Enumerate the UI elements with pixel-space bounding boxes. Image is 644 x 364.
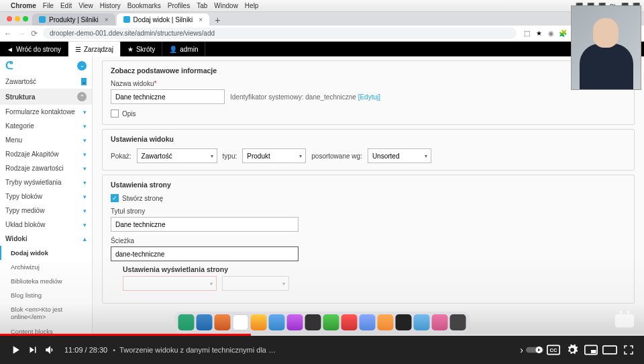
dock-app-icon[interactable] — [450, 314, 466, 330]
sidebar-item[interactable]: Typy bloków▾ — [0, 189, 92, 203]
chapter-next-icon[interactable]: › — [517, 345, 526, 355]
svg-point-1 — [619, 311, 622, 314]
type-label: typu: — [223, 152, 237, 160]
dock-app-icon[interactable] — [233, 314, 249, 330]
sidebar-item-label: Kategorie — [5, 122, 34, 130]
menu-edit[interactable]: Edit — [60, 2, 72, 9]
menu-file[interactable]: File — [43, 2, 54, 9]
sorted-select[interactable]: Unsorted — [368, 148, 431, 163]
dock-app-icon[interactable] — [215, 314, 231, 330]
dock-app-icon[interactable] — [378, 314, 394, 330]
star-icon: ★ — [127, 46, 133, 53]
ext-icon[interactable]: ◉ — [546, 29, 555, 38]
sidebar-sub[interactable]: Blog listing — [0, 288, 92, 302]
new-tab-button[interactable]: + — [211, 15, 224, 26]
menu-view[interactable]: View — [78, 2, 93, 9]
dock-app-icon[interactable] — [269, 314, 285, 330]
back-icon[interactable]: ← — [4, 29, 12, 38]
miniplayer-button[interactable] — [582, 341, 600, 359]
dock-app-icon[interactable] — [360, 314, 376, 330]
autoplay-toggle[interactable] — [526, 341, 543, 359]
volume-button[interactable] — [42, 341, 59, 359]
sidebar-sub[interactable]: Biblioteka mediów — [0, 274, 92, 288]
dock-app-icon[interactable] — [287, 314, 303, 330]
sidebar-item[interactable]: Rodzaje Akapitów▾ — [0, 147, 92, 161]
collapse-icon[interactable]: ⌄ — [77, 61, 87, 71]
video-chapter-title[interactable]: Tworzenie widoku z danymi technicznymi d… — [119, 346, 517, 354]
sidebar-sub[interactable]: Archiwizuj — [0, 260, 92, 274]
next-button[interactable] — [24, 341, 42, 359]
sidebar-item[interactable]: Kategorie▾ — [0, 119, 92, 133]
dock-app-icon[interactable] — [341, 314, 358, 330]
sidebar-item-label: Zawartość — [5, 78, 36, 85]
sidebar-item[interactable]: Tryby wyświetlania▾ — [0, 175, 92, 189]
menu-history[interactable]: History — [100, 2, 121, 9]
sidebar-item[interactable]: Formularze kontaktowe▾ — [0, 105, 92, 119]
settings-button[interactable] — [564, 341, 581, 359]
sidebar-sub[interactable]: Blok <em>Kto jest online</em> — [0, 302, 92, 324]
toolbar-back[interactable]: ◄ Wróć do strony — [0, 42, 68, 56]
sidebar-item[interactable]: Rodzaje zawartości▾ — [0, 161, 92, 175]
menu-chrome[interactable]: Chrome — [11, 2, 36, 9]
sidebar-item-label: Struktura — [5, 93, 35, 101]
sidebar-item-label: Rodzaje zawartości — [5, 165, 64, 172]
ext-icon[interactable]: 🧩 — [558, 29, 568, 38]
toolbar-user[interactable]: 👤 admin — [162, 42, 205, 56]
close-tab-icon[interactable]: × — [199, 16, 203, 24]
theater-button[interactable] — [601, 341, 619, 359]
dock-app-icon[interactable] — [323, 314, 339, 330]
chevron-down-icon: ▾ — [83, 179, 87, 186]
play-button[interactable] — [7, 341, 24, 359]
toolbar-shortcuts[interactable]: ★ Skróty — [121, 42, 162, 56]
captions-button[interactable]: CC — [545, 341, 562, 359]
dock-app-icon[interactable] — [197, 314, 213, 330]
create-page-checkbox[interactable]: ✓ — [111, 194, 119, 202]
sidebar-item-views[interactable]: Widoki▴ — [0, 232, 92, 246]
reload-icon[interactable]: ⟳ — [31, 29, 38, 38]
channel-watermark-icon[interactable] — [613, 310, 636, 328]
menu-bookmarks[interactable]: Bookmarks — [127, 2, 161, 9]
browser-tab-1[interactable]: Produkty | Silniki × — [32, 13, 115, 26]
address-bar[interactable]: droopler-demo-001.ddev.site/admin/struct… — [43, 28, 517, 39]
browser-tab-2[interactable]: Dodaj widok | Silniki × — [117, 13, 210, 26]
format-select[interactable] — [123, 276, 217, 291]
menu-help[interactable]: Help — [245, 2, 259, 9]
sidebar-item-structure[interactable]: Struktura ⌃ — [0, 89, 92, 105]
sidebar-sub-add-view[interactable]: Dodaj widok — [0, 246, 92, 260]
close-tab-icon[interactable]: × — [105, 16, 109, 24]
format-select-2[interactable] — [222, 276, 289, 291]
path-input[interactable] — [111, 246, 299, 261]
minimize-window-icon[interactable] — [15, 16, 20, 21]
fullscreen-button[interactable] — [620, 341, 637, 359]
page-title-input[interactable] — [111, 217, 299, 232]
close-window-icon[interactable] — [7, 16, 12, 21]
dock-app-icon[interactable] — [305, 314, 321, 330]
view-name-input[interactable] — [111, 89, 225, 104]
edit-machine-name-link[interactable]: [Edytuj] — [358, 93, 380, 101]
sidebar-item[interactable]: Układ bloków▾ — [0, 218, 92, 232]
type-select[interactable]: Produkt — [242, 148, 306, 163]
sidebar-item[interactable]: Menu▾ — [0, 133, 92, 147]
maximize-window-icon[interactable] — [23, 16, 28, 21]
dock-app-icon[interactable] — [414, 314, 430, 330]
toolbar-manage[interactable]: ☰ Zarządzaj — [68, 42, 121, 56]
sidebar-item-content[interactable]: Zawartość ⌄ — [0, 75, 92, 89]
dock-app-icon[interactable] — [251, 314, 267, 330]
window-controls[interactable] — [3, 12, 32, 26]
menu-tab[interactable]: Tab — [197, 2, 207, 9]
dock-app-icon[interactable] — [396, 314, 412, 330]
ext-icon[interactable]: ⬚ — [522, 29, 531, 38]
menu-profiles[interactable]: Profiles — [168, 2, 190, 9]
svg-point-2 — [627, 311, 630, 314]
ext-icon[interactable]: ★ — [534, 29, 543, 38]
description-checkbox[interactable] — [111, 109, 119, 118]
menu-window[interactable]: Window — [214, 2, 238, 9]
droopler-logo-icon[interactable]: ᕦ — [5, 59, 13, 72]
video-time: 11:09 / 28:30 — [64, 346, 107, 354]
show-select[interactable]: Zawartość — [137, 148, 217, 163]
sidebar-item[interactable]: Typy mediów▾ — [0, 203, 92, 218]
sidebar-logo-row: ᕦ ⌄ — [0, 56, 92, 75]
forward-icon[interactable]: → — [17, 29, 25, 38]
dock-app-icon[interactable] — [178, 314, 195, 330]
dock-app-icon[interactable] — [432, 314, 448, 330]
